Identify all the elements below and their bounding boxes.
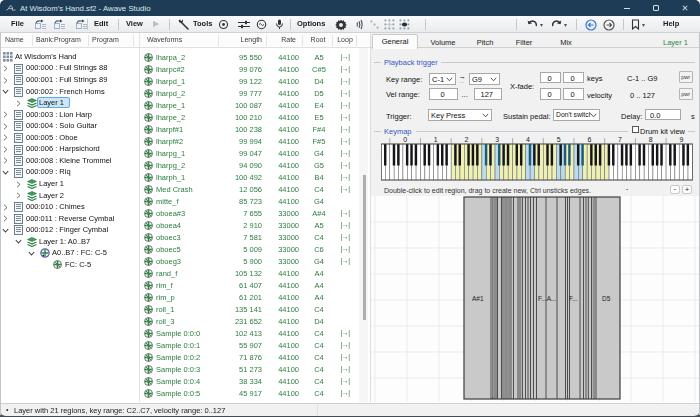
svg-text:A#1: A#1	[472, 295, 484, 302]
svg-text:F...: F...	[569, 295, 578, 302]
svg-text:D5: D5	[602, 295, 611, 302]
svg-text:F...A...: F...A...	[538, 295, 557, 302]
